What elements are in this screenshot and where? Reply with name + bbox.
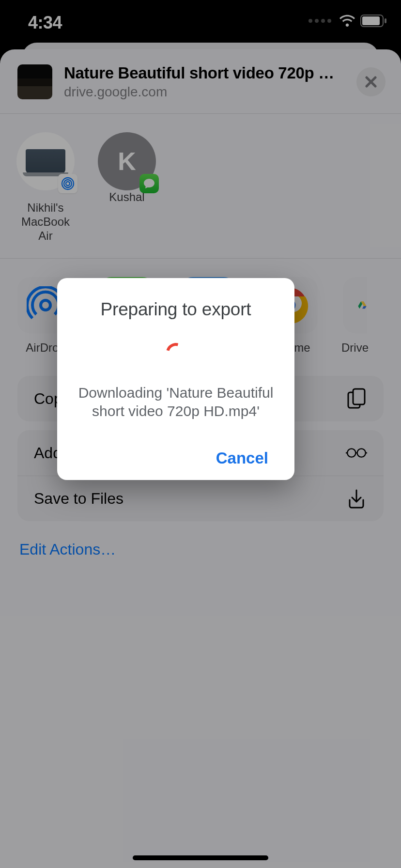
loading-spinner-icon [163,340,189,366]
home-indicator[interactable] [133,855,268,860]
dialog-title: Preparing to export [73,299,279,320]
export-dialog: Preparing to export Downloading 'Nature … [57,278,294,480]
dialog-message: Downloading 'Nature Beautiful short vide… [73,384,279,421]
cancel-button[interactable]: Cancel [216,449,268,467]
